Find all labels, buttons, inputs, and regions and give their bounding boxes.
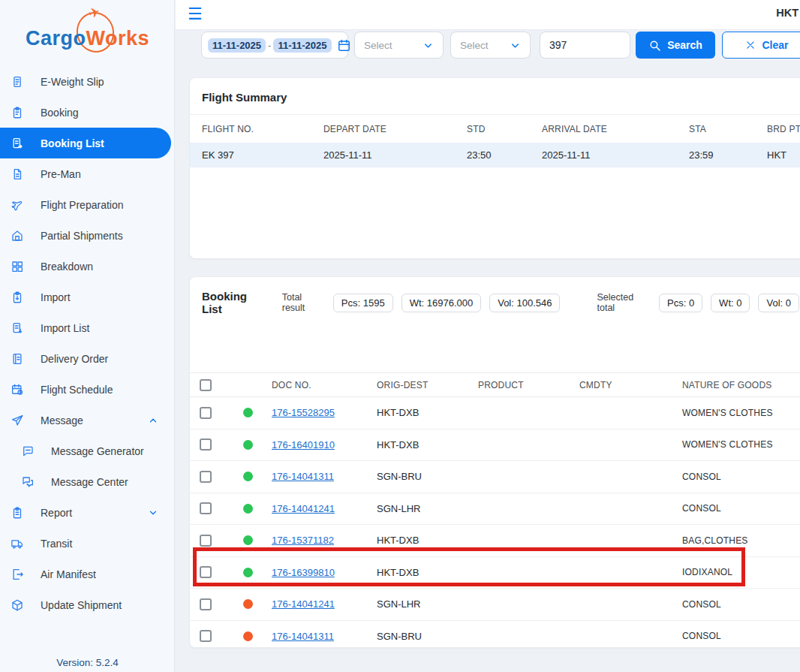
flight-summary-title: Flight Summary xyxy=(190,78,800,114)
date-from-chip[interactable]: 11-11-2025 xyxy=(208,38,266,53)
sidebar-item-message-generator[interactable]: Message Generator xyxy=(0,435,175,466)
total-wt-badge: Wt: 16976.000 xyxy=(402,294,482,312)
column-header: DEPART DATE xyxy=(323,124,467,134)
sidebar-item-label: Booking xyxy=(41,107,79,119)
hamburger-menu-icon[interactable]: ☰ xyxy=(188,4,203,25)
search-button[interactable]: Search xyxy=(636,32,715,59)
sidebar-item-label: Booking List xyxy=(41,137,104,149)
sidebar-item-import-list[interactable]: Import List xyxy=(0,312,175,343)
sidebar-item-flight-schedule[interactable]: Flight Schedule xyxy=(0,374,175,405)
flight-summary-row[interactable]: EK 397 2025-11-11 23:50 2025-11-11 23:59… xyxy=(190,143,800,167)
column-header: PRODUCT xyxy=(478,380,579,390)
orig-dest-cell: HKT-DXB xyxy=(377,439,478,451)
column-header: BRD PT xyxy=(767,124,800,134)
message-generator-icon xyxy=(21,444,35,458)
doc-no-link[interactable]: 176-14041241 xyxy=(272,598,377,610)
flight-number-input[interactable] xyxy=(540,32,630,59)
table-row-highlighted: 176-16399810 HKT-DXB IODIXANOL xyxy=(190,557,800,589)
doc-no-link[interactable]: 176-16401910 xyxy=(272,439,377,451)
nature-of-goods-cell: CONSOL xyxy=(682,472,800,482)
transit-icon xyxy=(11,537,24,550)
nature-of-goods-cell: BAG,CLOTHES xyxy=(682,535,800,546)
total-result-label: Total result xyxy=(282,292,325,313)
sidebar-item-booking-list[interactable]: Booking List xyxy=(0,128,171,158)
filter-select-1[interactable]: Select xyxy=(354,32,444,59)
sidebar-item-pre-man[interactable]: Pre-Man xyxy=(0,158,175,189)
sidebar-item-air-manifest[interactable]: Air Manifest xyxy=(0,559,175,589)
table-row: 176-14041311 SGN-BRU CONSOL xyxy=(190,621,800,653)
e-weight-slip-icon xyxy=(11,75,24,89)
booking-icon xyxy=(11,106,24,119)
brd-pt-cell: HKT xyxy=(767,149,800,161)
sidebar-item-e-weight-slip[interactable]: E-Weight Slip xyxy=(0,66,175,97)
sta-cell: 23:59 xyxy=(689,149,767,161)
column-header: FLIGHT NO. xyxy=(202,124,323,134)
selected-total-label: Selected total xyxy=(597,292,651,313)
booking-table: DOC NO. ORIG-DEST PRODUCT CMDTY NATURE O… xyxy=(190,372,800,652)
doc-no-link[interactable]: 176-15528295 xyxy=(272,407,377,418)
sidebar-item-transit[interactable]: Transit xyxy=(0,528,175,559)
calendar-icon[interactable] xyxy=(337,38,351,53)
clear-button[interactable]: Clear xyxy=(722,32,800,59)
row-status-dot xyxy=(243,631,253,641)
orig-dest-cell: SGN-BRU xyxy=(377,631,478,642)
doc-no-link[interactable]: 176-14041311 xyxy=(272,631,377,642)
selected-pcs-badge: Pcs: 0 xyxy=(659,294,702,312)
doc-no-link[interactable]: 176-15371182 xyxy=(272,535,377,546)
sidebar-item-message[interactable]: Message xyxy=(0,405,175,435)
sidebar-item-booking[interactable]: Booking xyxy=(0,97,175,128)
column-header: CMDTY xyxy=(579,380,682,390)
doc-no-link[interactable]: 176-16399810 xyxy=(272,567,377,578)
row-checkbox[interactable] xyxy=(200,598,212,610)
row-checkbox[interactable] xyxy=(200,630,212,642)
row-checkbox[interactable] xyxy=(200,407,212,419)
station-code: HKT xyxy=(776,7,798,19)
row-checkbox[interactable] xyxy=(200,502,212,514)
sidebar-item-delivery-order[interactable]: Delivery Order xyxy=(0,343,175,374)
sidebar-item-label: Flight Schedule xyxy=(41,384,113,396)
select-all-checkbox[interactable] xyxy=(200,379,212,391)
sidebar-item-flight-preparation[interactable]: Flight Preparation xyxy=(0,189,175,220)
date-to-chip[interactable]: 11-11-2025 xyxy=(273,38,331,53)
doc-no-link[interactable]: 176-14041241 xyxy=(272,503,377,514)
column-header: ARRIVAL DATE xyxy=(542,124,689,134)
chevron-down-icon xyxy=(423,40,434,51)
sidebar-item-label: Flight Preparation xyxy=(41,199,124,211)
row-checkbox[interactable] xyxy=(200,471,212,483)
sidebar-item-update-shipment[interactable]: Update Shipment xyxy=(0,589,175,620)
sidebar-item-label: Pre-Man xyxy=(41,168,81,180)
sidebar-item-label: Transit xyxy=(41,538,72,550)
row-checkbox[interactable] xyxy=(200,535,212,547)
nature-of-goods-cell: IODIXANOL xyxy=(682,567,800,577)
column-header: DOC NO. xyxy=(272,380,377,390)
table-row: 176-15528295 HKT-DXB WOMEN'S CLOTHES xyxy=(190,397,800,429)
sidebar-item-report[interactable]: Report xyxy=(0,497,175,528)
selected-vol-badge: Vol: 0 xyxy=(758,294,799,312)
sidebar-item-message-center[interactable]: Message Center xyxy=(0,466,175,497)
booking-table-header-row: DOC NO. ORIG-DEST PRODUCT CMDTY NATURE O… xyxy=(190,372,800,397)
sidebar-item-import[interactable]: Import xyxy=(0,282,175,312)
date-range-input[interactable]: 11-11-2025 - 11-11-2025 xyxy=(201,32,348,59)
logo-text: CargoWorks xyxy=(26,27,149,50)
filter-select-2[interactable]: Select xyxy=(450,32,531,59)
sidebar-item-label: Air Manifest xyxy=(41,568,96,580)
select-placeholder: Select xyxy=(364,40,392,51)
row-checkbox[interactable] xyxy=(200,566,212,578)
row-checkbox[interactable] xyxy=(200,438,212,451)
doc-no-link[interactable]: 176-14041311 xyxy=(272,471,377,482)
total-pcs-badge: Pcs: 1595 xyxy=(333,294,393,312)
nature-of-goods-cell: CONSOL xyxy=(682,599,800,610)
sidebar-item-breakdown[interactable]: Breakdown xyxy=(0,251,175,282)
table-row: 176-16401910 HKT-DXB WOMEN'S CLOTHES xyxy=(190,429,800,462)
selected-wt-badge: Wt: 0 xyxy=(711,294,750,312)
row-status-dot xyxy=(243,440,253,450)
row-status-dot xyxy=(243,535,253,545)
sidebar-item-partial-shipments[interactable]: Partial Shipments xyxy=(0,220,175,251)
orig-dest-cell: SGN-LHR xyxy=(377,598,478,610)
sidebar-item-label: E-Weight Slip xyxy=(41,76,104,88)
nature-of-goods-cell: CONSOL xyxy=(682,503,800,514)
version-label: Version: 5.2.4 xyxy=(0,657,175,668)
sidebar-menu: E-Weight Slip Booking Booking List Pre-M… xyxy=(0,66,175,620)
pre-man-icon xyxy=(11,167,24,181)
logo-works: Works xyxy=(86,27,150,50)
